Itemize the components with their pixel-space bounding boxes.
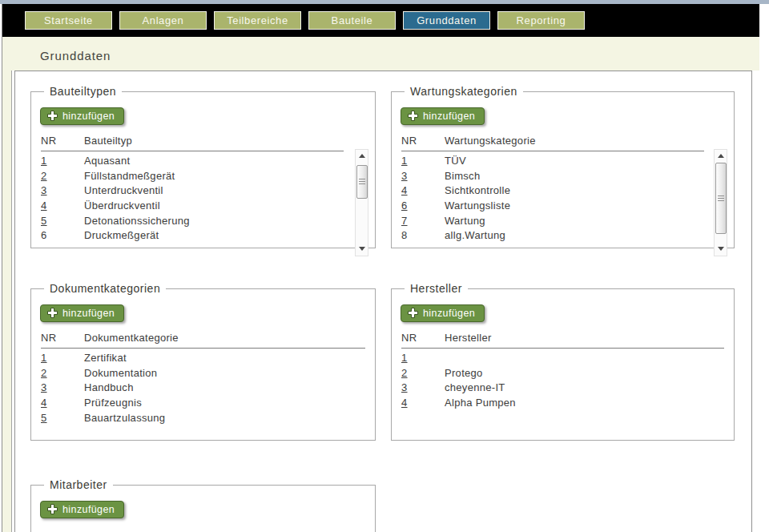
- row-value: cheyenne-IT: [445, 381, 505, 396]
- table-row: 4Alpha Pumpen: [401, 396, 724, 411]
- panel-dokumentkategorien: Dokumentkategorien hinzufügen NR Dokumen…: [30, 282, 376, 441]
- table-row: 1Zertifikat: [41, 351, 365, 366]
- scrollbar-track[interactable]: [356, 162, 368, 243]
- row-number-link[interactable]: 7: [401, 214, 445, 229]
- table-row: 8allg.Wartung: [401, 228, 724, 244]
- row-value: Protego: [445, 366, 483, 381]
- row-value: Alpha Pumpen: [445, 396, 516, 411]
- panel-table: NR Dokumentkategorie 1Zertifikat2Dokumen…: [31, 332, 375, 425]
- scroll-down-button[interactable]: [715, 243, 727, 255]
- page-header: Grunddaten: [2, 37, 759, 71]
- panel-hersteller: Hersteller hinzufügen NR Hersteller 12Pr…: [391, 282, 735, 441]
- add-button[interactable]: hinzufügen: [40, 501, 124, 518]
- add-button[interactable]: hinzufügen: [401, 304, 485, 322]
- panel-table: NR Bauteiltyp 1Aquasant2Füllstandmeßgerä…: [31, 135, 375, 244]
- panel-table: NR Hersteller 12Protego3cheyenne-IT4Alph…: [392, 332, 734, 411]
- row-number: 6: [41, 228, 84, 244]
- tab-anlagen[interactable]: Anlagen: [119, 11, 207, 30]
- tab-startseite[interactable]: Startseite: [25, 11, 112, 30]
- row-number-link[interactable]: 1: [41, 154, 84, 169]
- vertical-scrollbar[interactable]: [714, 149, 727, 256]
- table-body: 12Protego3cheyenne-IT4Alpha Pumpen: [401, 349, 724, 411]
- row-value: Bauartzulassung: [84, 411, 165, 426]
- add-button-label: hinzufügen: [423, 308, 475, 319]
- panel-legend: Bauteiltypen: [44, 85, 122, 98]
- tab-reporting[interactable]: Reporting: [497, 11, 585, 30]
- plus-icon: [46, 110, 58, 122]
- table-row: 4Sichtkontrolle: [401, 183, 724, 199]
- column-header-nr: NR: [41, 332, 84, 344]
- row-number-link[interactable]: 4: [401, 396, 445, 411]
- scroll-up-button[interactable]: [715, 150, 727, 162]
- row-number-link[interactable]: 6: [401, 199, 445, 214]
- row-number-link[interactable]: 4: [401, 183, 445, 199]
- row-value: Wartungsliste: [445, 199, 510, 214]
- row-value: Unterdruckventil: [84, 183, 163, 199]
- panel-mitarbeiter: Mitarbeiter hinzufügen: [30, 478, 376, 532]
- table-row: 4Überdruckventil: [41, 199, 365, 214]
- plus-icon: [407, 110, 419, 122]
- scrollbar-track[interactable]: [715, 162, 727, 243]
- thumb-grip-icon: [359, 179, 365, 185]
- row-value: Handbuch: [84, 381, 134, 396]
- tab-bauteile[interactable]: Bauteile: [308, 11, 396, 30]
- row-number-link[interactable]: 2: [401, 366, 445, 381]
- table-row: 3cheyenne-IT: [401, 381, 724, 396]
- tab-grunddaten[interactable]: Grunddaten: [403, 11, 490, 30]
- row-value: Druckmeßgerät: [84, 228, 159, 244]
- row-number: 8: [401, 228, 445, 244]
- column-header-nr: NR: [41, 135, 84, 147]
- row-number-link[interactable]: 2: [41, 366, 84, 381]
- scrollbar-thumb[interactable]: [356, 165, 368, 199]
- column-header-nr: NR: [401, 135, 445, 147]
- row-number-link[interactable]: 4: [41, 396, 84, 411]
- page-title: Grunddaten: [2, 37, 759, 62]
- table-row: 4Prüfzeugnis: [41, 396, 365, 411]
- plus-icon: [46, 503, 58, 515]
- row-number-link[interactable]: 3: [401, 169, 445, 184]
- panel-legend: Hersteller: [405, 282, 468, 295]
- row-number-link[interactable]: 1: [401, 351, 445, 366]
- row-value: Wartung: [445, 214, 485, 229]
- add-button[interactable]: hinzufügen: [40, 304, 124, 322]
- add-button[interactable]: hinzufügen: [401, 107, 485, 125]
- scrollbar-thumb[interactable]: [715, 163, 727, 234]
- table-row: 2Dokumentation: [41, 366, 365, 381]
- row-number-link[interactable]: 3: [41, 381, 84, 396]
- panel-table: NR Wartungskategorie 1TÜV3Bimsch4Sichtko…: [392, 135, 734, 244]
- add-button-label: hinzufügen: [62, 111, 115, 122]
- add-button-label: hinzufügen: [62, 504, 115, 515]
- table-body: 1TÜV3Bimsch4Sichtkontrolle6Wartungsliste…: [401, 151, 724, 244]
- table-row: 3Handbuch: [41, 381, 365, 396]
- table-row: 7Wartung: [401, 214, 724, 229]
- row-value: Sichtkontrolle: [445, 183, 510, 199]
- add-button[interactable]: hinzufügen: [40, 107, 124, 125]
- row-number-link[interactable]: 3: [41, 183, 84, 199]
- row-value: Überdruckventil: [84, 199, 160, 214]
- row-number-link[interactable]: 2: [41, 169, 84, 184]
- row-number-link[interactable]: 4: [41, 199, 84, 214]
- row-value: Detonationssicherung: [84, 214, 190, 229]
- plus-icon: [46, 307, 58, 319]
- app-window: StartseiteAnlagenTeilbereicheBauteileGru…: [0, 0, 769, 532]
- row-number-link[interactable]: 1: [41, 351, 84, 366]
- table-row: 3Unterdruckventil: [41, 183, 365, 199]
- row-value: Füllstandmeßgerät: [84, 169, 175, 184]
- row-number-link[interactable]: 5: [41, 411, 84, 426]
- table-row: 6Druckmeßgerät: [41, 228, 365, 244]
- tab-teilbereiche[interactable]: Teilbereiche: [214, 11, 301, 30]
- table-body: 1Zertifikat2Dokumentation3Handbuch4Prüfz…: [41, 349, 365, 425]
- main-navigation: StartseiteAnlagenTeilbereicheBauteileGru…: [2, 4, 759, 37]
- vertical-scrollbar[interactable]: [355, 149, 368, 256]
- row-number-link[interactable]: 1: [401, 154, 445, 169]
- column-header-name: Dokumentkategorie: [84, 332, 179, 344]
- down-arrow-icon: [359, 247, 365, 251]
- thumb-grip-icon: [718, 195, 724, 202]
- table-row: 6Wartungsliste: [401, 199, 724, 214]
- column-header-name: Bauteiltyp: [84, 135, 132, 147]
- row-number-link[interactable]: 5: [41, 214, 84, 229]
- table-header-row: NR Bauteiltyp: [41, 135, 344, 151]
- scroll-up-button[interactable]: [356, 150, 368, 162]
- row-number-link[interactable]: 3: [401, 381, 445, 396]
- scroll-down-button[interactable]: [356, 243, 368, 255]
